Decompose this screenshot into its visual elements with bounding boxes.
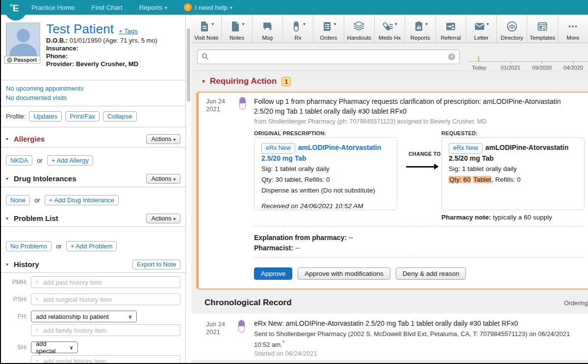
- no-problems-button[interactable]: No Problems: [6, 241, 51, 251]
- requiring-action-header: ▾ Requiring Action 1: [191, 71, 588, 92]
- chevron-down-icon: ▾: [165, 5, 167, 10]
- history-section-header: ▾ History Export to Note: [6, 256, 180, 272]
- notes-icon: [230, 21, 241, 32]
- passport-badge[interactable]: − Passport: [4, 56, 40, 64]
- timeline-label[interactable]: 01/2021: [501, 65, 520, 71]
- original-sig: Sig: 1 tablet orally daily: [261, 165, 390, 174]
- toolbar-visit-note-button[interactable]: ▾ Visit Note: [191, 15, 222, 43]
- rx-pill-icon: [290, 21, 302, 32]
- erx-entry-title[interactable]: eRx New: amLODIPine-Atorvastatin 2.5/20 …: [254, 319, 575, 327]
- nav-practice-home[interactable]: Practice Home: [31, 4, 75, 11]
- deny-add-reason-button[interactable]: Deny & add reason: [396, 267, 466, 280]
- nkda-button[interactable]: NKDA: [6, 155, 32, 166]
- chart-search-input[interactable]: [197, 49, 460, 64]
- chevron-right-icon: ›: [36, 278, 38, 285]
- toolbar-referral-button[interactable]: Referral: [436, 15, 466, 43]
- timeline-label[interactable]: 04/2020: [563, 65, 583, 71]
- templates-icon: [537, 21, 548, 32]
- explanation-line: Explanation from pharmacy: --: [254, 234, 353, 242]
- sh-label: SH:: [6, 344, 27, 351]
- patient-phone: Phone:: [46, 52, 180, 60]
- collapse-triangle-icon[interactable]: ▾: [202, 78, 205, 85]
- sidebar-scrollbar[interactable]: [186, 16, 191, 363]
- nav-find-chart[interactable]: Find Chart: [92, 4, 123, 11]
- none-intolerance-button[interactable]: None: [6, 195, 30, 205]
- patient-dob: D.O.B.: 01/01/1950 (Age: 71 yrs, 5 mo): [46, 37, 180, 45]
- add-tags-link[interactable]: + Tags: [119, 27, 137, 35]
- toolbar-templates-button[interactable]: Templates: [527, 15, 558, 43]
- nav-help-menu[interactable]: ! I need help▾: [184, 3, 232, 11]
- nav-reports-menu[interactable]: Reports▾: [139, 4, 167, 11]
- fh-relationship-select[interactable]: add relationship to patient∨: [31, 311, 137, 322]
- chevron-down-icon: ∨: [128, 314, 132, 319]
- psh-input[interactable]: [31, 293, 180, 305]
- timeline-label[interactable]: Today: [472, 65, 486, 71]
- patient-header: − Passport Test Patient + Tags D.O.B.: 0…: [6, 22, 180, 76]
- toolbar-notes-button[interactable]: ▾ Notes: [222, 15, 252, 43]
- toolbar-directory-button[interactable]: Directory: [497, 15, 527, 43]
- referral-icon: [445, 21, 457, 32]
- chart-timeline[interactable]: Today 01/2021 09/2020 04/2020: [468, 49, 588, 71]
- profile-printfax-button[interactable]: Print/Fax: [65, 111, 100, 121]
- toolbar-meds-hx-button[interactable]: ▾ Meds Hx: [375, 15, 405, 43]
- problems-actions-button[interactable]: Actions▾: [146, 214, 180, 223]
- intolerances-section-header: ▾ Drug Intolerances Actions▾: [6, 170, 180, 187]
- app-logo[interactable]: ✳ E: [5, 0, 26, 21]
- pmh-input[interactable]: [31, 276, 180, 288]
- toolbar-rx-button[interactable]: ▾ Rx: [283, 15, 313, 43]
- requested-qty: Qty: 60 Tablet, Refills: 0: [449, 175, 577, 185]
- original-daw: Dispense as written (Do not substitute): [261, 186, 390, 195]
- collapse-triangle-icon[interactable]: ▾: [6, 136, 13, 142]
- rx-pill-icon: [238, 320, 245, 333]
- minus-circle-icon: −: [7, 57, 12, 63]
- add-drug-intolerance-button[interactable]: + Add Drug Intolerance: [45, 195, 119, 205]
- add-problem-button[interactable]: + Add Problem: [66, 241, 117, 251]
- toolbar-letter-button[interactable]: ▾ Letter: [466, 15, 497, 43]
- chevron-down-icon: ▾: [173, 177, 176, 182]
- add-allergy-button[interactable]: + Add Allergy: [47, 155, 93, 166]
- no-documented-visits-link[interactable]: No documented visits: [6, 93, 180, 102]
- no-upcoming-appointments-link[interactable]: No upcoming appointments: [6, 84, 180, 93]
- erx-sent-detail: Sent to Shollenberger Pharmacy (2002 S. …: [254, 330, 572, 350]
- profile-updates-button[interactable]: Updates: [29, 111, 61, 121]
- request-summary: Follow up 1 from pharmacy Pharmacy reque…: [254, 97, 579, 117]
- entry-date: Jun 24 2021: [206, 97, 225, 113]
- divider: [1, 187, 185, 187]
- divider: [1, 80, 185, 80]
- toolbar-reports-button[interactable]: ▾ Reports: [405, 15, 435, 43]
- timeline-label[interactable]: 09/2020: [532, 65, 552, 71]
- original-qty: Qty: 30 tablet, Refills: 0: [261, 175, 390, 185]
- chevron-down-icon: ▾: [426, 22, 428, 26]
- chevron-down-icon: ▾: [173, 217, 176, 221]
- chevron-down-icon: ▾: [230, 5, 232, 10]
- rx-pill-icon: [239, 97, 246, 110]
- fh-item-input[interactable]: [31, 324, 180, 336]
- clear-search-icon[interactable]: ✕: [448, 53, 455, 60]
- approve-with-modifications-button[interactable]: Approve with modifications: [298, 267, 390, 280]
- collapse-triangle-icon[interactable]: ▾: [6, 216, 13, 221]
- patient-provider: Provider: Beverly Crusher, MD: [46, 60, 180, 68]
- collapse-triangle-icon[interactable]: ▾: [6, 176, 13, 181]
- export-to-note-button[interactable]: Export to Note: [132, 260, 180, 269]
- ordering-label[interactable]: Ordering B: [564, 300, 588, 307]
- toolbar-msg-button[interactable]: Msg: [253, 15, 283, 43]
- profile-collapse-button[interactable]: Collapse: [103, 111, 137, 121]
- message-icon: [261, 21, 273, 32]
- toolbar-handouts-button[interactable]: Handouts: [344, 15, 375, 43]
- intolerances-actions-button[interactable]: Actions▾: [146, 174, 180, 184]
- collapse-triangle-icon[interactable]: ▾: [6, 262, 13, 267]
- profile-label: Profile:: [6, 113, 26, 120]
- pharmacy-request-card: Jun 24 2021 Follow up 1 from pharmacy Ph…: [196, 92, 588, 290]
- chevron-down-icon: ▾: [211, 22, 214, 26]
- approve-button[interactable]: Approve: [254, 267, 292, 280]
- sh-special-select[interactable]: add special∨: [31, 341, 78, 353]
- entry-date: Jun 24 2021: [206, 320, 225, 336]
- toolbar-orders-button[interactable]: ▾ Orders: [313, 15, 344, 43]
- chevron-down-icon: ∨: [70, 345, 73, 350]
- meds-history-icon: [382, 21, 394, 32]
- allergies-actions-button[interactable]: Actions▾: [146, 134, 180, 144]
- search-row: ✕ Today 01/2021 09/2020 04/2020: [191, 43, 588, 71]
- chronological-record-title: Chronological Record: [205, 298, 292, 308]
- toolbar-more-button[interactable]: More: [558, 15, 588, 43]
- scrollbar-thumb[interactable]: [187, 28, 190, 102]
